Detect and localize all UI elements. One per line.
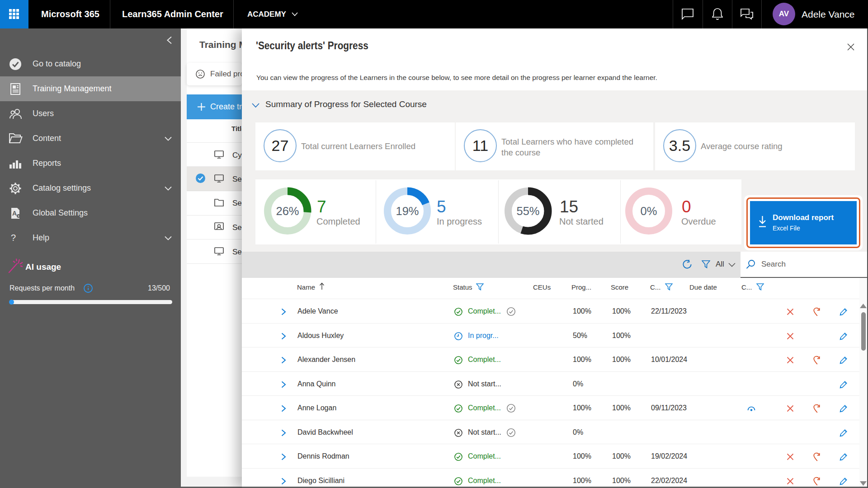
svg-text:A: A — [12, 210, 17, 217]
